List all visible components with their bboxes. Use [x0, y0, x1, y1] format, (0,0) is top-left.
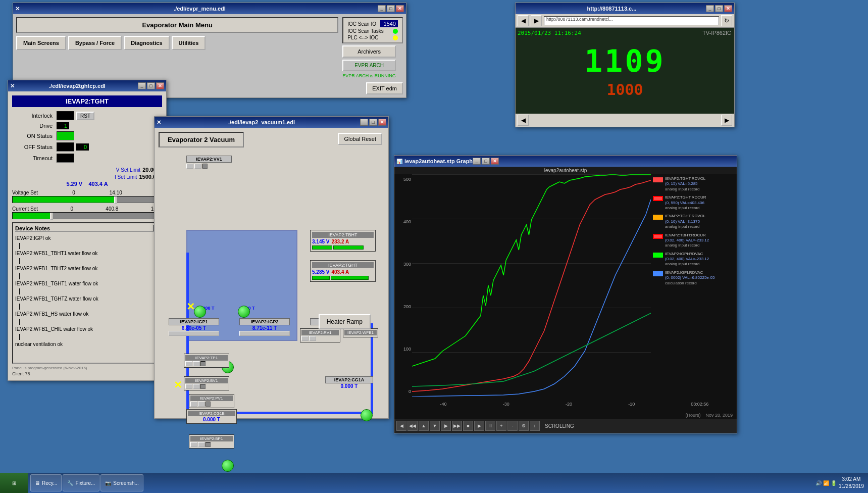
dark-green-line [412, 313, 651, 386]
vv1-btn2[interactable] [194, 164, 201, 169]
main-screens-button[interactable]: Main Screens [16, 36, 66, 50]
bv1-btns [185, 384, 228, 389]
camera-maximize-btn[interactable]: □ [715, 5, 723, 12]
tght-minimize-btn[interactable]: _ [138, 82, 146, 89]
graph-subtitle: ievap2autoheat.stp [394, 167, 737, 174]
diagnostics-button[interactable]: Diagnostics [124, 36, 169, 50]
evpr-arch-button[interactable]: EVPR ARCH [342, 60, 396, 71]
tp1-btn3[interactable] [200, 361, 206, 366]
graph-btn-info[interactable]: i [530, 421, 540, 431]
timeout-led [57, 154, 74, 163]
cg1b-name: IEVAP2:CG1B [188, 411, 235, 416]
note-6: IEVAP2:WFB1_HS water flow ok [15, 310, 88, 319]
taskbar-item-1[interactable]: 🖥 Recy... [30, 474, 62, 491]
global-reset-button[interactable]: Global Reset [338, 133, 382, 145]
pv1-btn1[interactable] [190, 402, 197, 407]
pv1-btn2[interactable] [198, 402, 205, 407]
note-3: IEVAP2:WFB1_TBHT2 water flow ok [15, 264, 97, 273]
yellow-x-bv1: ✕ [174, 379, 182, 391]
vacuum-maximize-btn[interactable]: □ [369, 119, 377, 126]
utilities-button[interactable]: Utilities [172, 36, 206, 50]
graph-btn-stop[interactable]: ■ [463, 421, 473, 431]
vv1-btn3[interactable] [202, 164, 208, 169]
graph-maximize-btn[interactable]: □ [482, 158, 490, 165]
voltage-slider-thumb[interactable] [114, 196, 117, 204]
rv1-btn1[interactable] [301, 336, 309, 341]
bp1-name: IEVAP2:BP1 [190, 436, 233, 441]
url-bar[interactable]: http://80871113.cam.trendnetcl... [544, 16, 719, 25]
off-value: 0 [76, 143, 89, 151]
bp1-btn3[interactable] [206, 442, 211, 447]
voltage-set-label: Voltage Set [12, 190, 38, 195]
current-set-label: Current Set [12, 206, 38, 212]
start-button[interactable]: ⊞ [0, 473, 28, 493]
legend-type-2: analog input record [665, 206, 706, 211]
graph-minimize-btn[interactable]: _ [473, 158, 481, 165]
minimize-button[interactable]: _ [378, 5, 386, 12]
graph-btn-settings[interactable]: ⚙ [519, 421, 529, 431]
graph-btn-down[interactable]: ▼ [430, 421, 440, 431]
current-slider-thumb[interactable] [50, 213, 53, 220]
rdcur-display: 403.4 A [88, 181, 108, 187]
bv1-btn2[interactable] [193, 384, 200, 389]
blue-line [412, 200, 651, 397]
graph-btn-fwd2[interactable]: ▶▶ [452, 421, 462, 431]
tp1-btn1[interactable] [185, 361, 192, 366]
legend-coords-2: (0, 550) VAL=403.406 [665, 201, 706, 206]
vacuum-minimize-btn[interactable]: _ [360, 119, 368, 126]
camera-minimize-btn[interactable]: _ [706, 5, 714, 12]
graph-btn-play[interactable]: ▶ [474, 421, 484, 431]
bv1-btn3[interactable] [200, 384, 206, 389]
igp1-btn[interactable] [169, 331, 219, 336]
cam-left-btn[interactable]: ◀ [518, 115, 529, 126]
tbht-bar-v [312, 245, 332, 250]
tp1-btn2[interactable] [193, 361, 200, 366]
close-button[interactable]: ✕ [396, 5, 404, 12]
graph-btn-back2[interactable]: ◀◀ [407, 421, 418, 431]
rst-button[interactable]: RST [76, 112, 94, 120]
taskbar-item-2[interactable]: 🔧 Fixture... [63, 474, 99, 491]
close-icon-small[interactable]: ✕ [15, 6, 20, 12]
pv1-btn3[interactable] [206, 402, 211, 407]
graph-btn-up[interactable]: ▲ [419, 421, 429, 431]
bp1-btn2[interactable] [198, 442, 205, 447]
exit-edm-button[interactable]: EXIT edm [366, 82, 403, 94]
graph-btn-zoom-out[interactable]: - [507, 421, 518, 431]
vv1-btn1[interactable] [186, 164, 193, 169]
y-label-400: 400 [403, 219, 411, 224]
igp2-btn[interactable] [239, 331, 290, 336]
cam-right-btn[interactable]: ▶ [721, 115, 732, 126]
taskbar-item-3[interactable]: 📷 Screensh... [100, 474, 143, 491]
close-icon-tght[interactable]: ✕ [10, 83, 15, 89]
bp1-btn1[interactable] [190, 442, 197, 447]
tght-close-btn[interactable]: ✕ [156, 82, 164, 89]
graph-btn-pause[interactable]: ⏸ [485, 421, 495, 431]
bv1-btn1[interactable] [185, 384, 192, 389]
i-set-limit-label: I Set Limit [115, 174, 137, 180]
refresh-button[interactable]: ↻ [721, 15, 732, 26]
vacuum-close-btn[interactable]: ✕ [378, 119, 386, 126]
tght-maximize-btn[interactable]: □ [147, 82, 155, 89]
close-icon-vacuum[interactable]: ✕ [157, 119, 161, 126]
igp1-label: IEVAP2:IGP1 [169, 318, 219, 325]
rv1-btn2[interactable] [309, 336, 316, 341]
graph-x-axis: -40 -30 -20 -10 03:02:56 [394, 397, 737, 412]
current-slider-track[interactable] [12, 212, 162, 219]
graph-btn-fwd[interactable]: ▶ [441, 421, 451, 431]
camera-close-btn[interactable]: ✕ [724, 5, 732, 12]
tght-current: 403.4 A [331, 269, 349, 275]
heater-ramp-button[interactable]: Heater Ramp [319, 314, 371, 329]
graph-close-btn[interactable]: ✕ [491, 158, 499, 165]
cg1a-label: IEVAP2:CG1A [325, 376, 373, 383]
archivers-button[interactable]: Archivers [342, 45, 396, 58]
graph-btn-back[interactable]: ◀ [396, 421, 406, 431]
back-button[interactable]: ◀ [518, 15, 529, 26]
tght-bar-a [331, 276, 369, 280]
ioc-scan-label: IOC Scan IO [347, 21, 376, 27]
voltage-slider-track[interactable] [12, 196, 162, 203]
maximize-button[interactable]: □ [387, 5, 395, 12]
start-icon: ⊞ [12, 480, 16, 486]
bypass-force-button[interactable]: Bypass / Force [68, 36, 122, 50]
forward-button[interactable]: ▶ [531, 15, 542, 26]
graph-btn-zoom-in[interactable]: + [496, 421, 506, 431]
